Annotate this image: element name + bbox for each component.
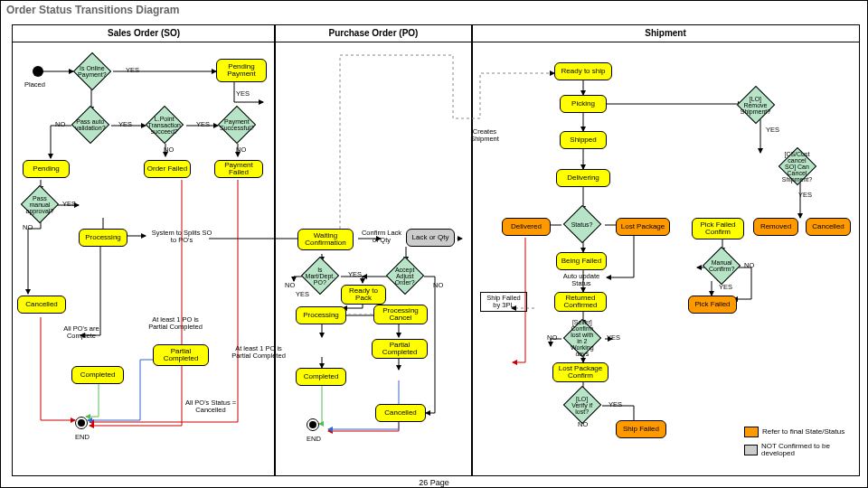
state-being-failed: Being Failed (556, 252, 607, 270)
label-atleast1-so: At least 1 PO is Partial Completed (142, 315, 209, 332)
lbl-no-8: NO (545, 333, 559, 343)
state-removed: Removed (753, 218, 798, 236)
lbl-yes-9: YES (797, 191, 814, 200)
lbl-yes-12: YES (607, 400, 624, 409)
state-pending: Pending (23, 160, 70, 178)
lbl-no-2: NO (162, 145, 175, 155)
state-lack-qty: Lack or Qty (406, 229, 455, 247)
lbl-yes-1: YES (124, 66, 141, 75)
lbl-yes-3: YES (117, 120, 134, 129)
state-pick-failed-confirm: Pick Failed Confirm (692, 218, 744, 239)
lbl-no-1: NO (53, 120, 67, 129)
lbl-yes-10: YES (717, 283, 734, 292)
legend-text-grey: NOT Confirmed to be developed (761, 443, 858, 458)
state-cancelled-so: Cancelled (17, 296, 66, 314)
state-completed-po: Completed (296, 368, 346, 386)
state-processing-po: Processing (296, 306, 346, 324)
state-cancelled-po: Cancelled (375, 404, 426, 422)
label-end-so: END (73, 433, 91, 442)
state-delivered: Delivered (502, 218, 551, 236)
end-so (75, 417, 88, 429)
page-footer: 26 Page (1, 478, 867, 487)
lbl-no-3: NO (234, 145, 248, 155)
lbl-no-9: NO (576, 420, 590, 429)
label-confirm-lack: Confirm Lack of Qty (359, 229, 404, 245)
state-lost-package: Lost Package (616, 218, 670, 236)
state-pick-failed: Pick Failed (688, 296, 737, 314)
legend-orange: Refer to final State/Status (742, 426, 860, 438)
lbl-yes-11: YES (605, 333, 622, 343)
state-processing-cancel: Processing Cancel (373, 305, 428, 324)
lbl-no-5: NO (283, 281, 297, 290)
label-all-po-cancel: All PO's Status = Cancelled (173, 399, 249, 415)
lbl-no-6: NO (431, 281, 445, 290)
swimlane-po-header: Purchase Order (PO) (275, 25, 472, 42)
swimlane-so-header: Sales Order (SO) (13, 25, 275, 42)
state-lost-confirm: Lost Package Confirm (552, 362, 609, 382)
state-order-failed: Order Failed (144, 160, 191, 178)
label-end-po: END (305, 435, 323, 444)
legend-text-orange: Refer to final State/Status (762, 428, 844, 436)
state-picking: Picking (560, 95, 607, 113)
label-creates-shipment: Creates Shipment (464, 127, 505, 144)
start-dot (33, 66, 43, 77)
label-placed: Placed (23, 80, 47, 89)
label-all-po-complete: All PO's are Complete (53, 324, 109, 341)
legend-swatch-grey (744, 445, 758, 455)
label-ship-failed-3pl: Ship Failed by 3PL (480, 292, 527, 312)
lbl-yes-4: YES (194, 120, 212, 129)
state-pending-payment: Pending Payment (216, 59, 267, 82)
label-atleast1-po: At least 1 PO is Partial Completed (225, 344, 292, 361)
swimlane-po: Purchase Order (PO) (274, 24, 473, 476)
lbl-yes-2: YES (234, 89, 251, 99)
state-delivering: Delivering (556, 169, 610, 187)
diagram-title: Order Status Transitions Diagram (1, 1, 867, 19)
lbl-no-4: NO (21, 223, 34, 232)
state-partial-completed-po: Partial Completed (372, 339, 428, 359)
state-completed-so: Completed (71, 366, 124, 384)
state-shipped: Shipped (560, 131, 607, 149)
state-ship-failed: Ship Failed (616, 420, 666, 438)
legend-swatch-orange (744, 427, 759, 437)
state-cancelled-sh: Cancelled (806, 218, 851, 236)
label-system-splits: System to Splits SO to PO's (149, 229, 214, 245)
end-po (307, 418, 319, 431)
state-processing-so: Processing (79, 229, 127, 247)
state-ready-pack: Ready to Pack (341, 285, 386, 305)
state-payment-failed: Payment Failed (214, 160, 263, 178)
lbl-no-7: NO (742, 261, 756, 270)
legend-grey: NOT Confirmed to be developed (742, 442, 860, 459)
label-auto-update: Auto update Status (554, 272, 609, 288)
lbl-yes-5: YES (61, 200, 78, 209)
state-partial-completed-so: Partial Completed (153, 344, 209, 366)
lbl-yes-6: YES (346, 270, 363, 279)
lbl-yes-8: YES (764, 126, 781, 135)
decision-cs-cancel: [CS/Cust cancel SO] Can Cancel Shipment? (778, 147, 816, 185)
state-returned-confirmed: Returned Confirmed (554, 292, 607, 312)
lbl-yes-7: YES (294, 290, 311, 299)
swimlane-sh-header: Shipment (472, 25, 859, 42)
swimlane-sh: Shipment (471, 24, 860, 476)
diagram-canvas: Order Status Transitions Diagram Sales O… (0, 0, 868, 488)
state-waiting-conf: Waiting Confirmation (297, 229, 354, 250)
state-ready-ship: Ready to ship (554, 62, 612, 80)
